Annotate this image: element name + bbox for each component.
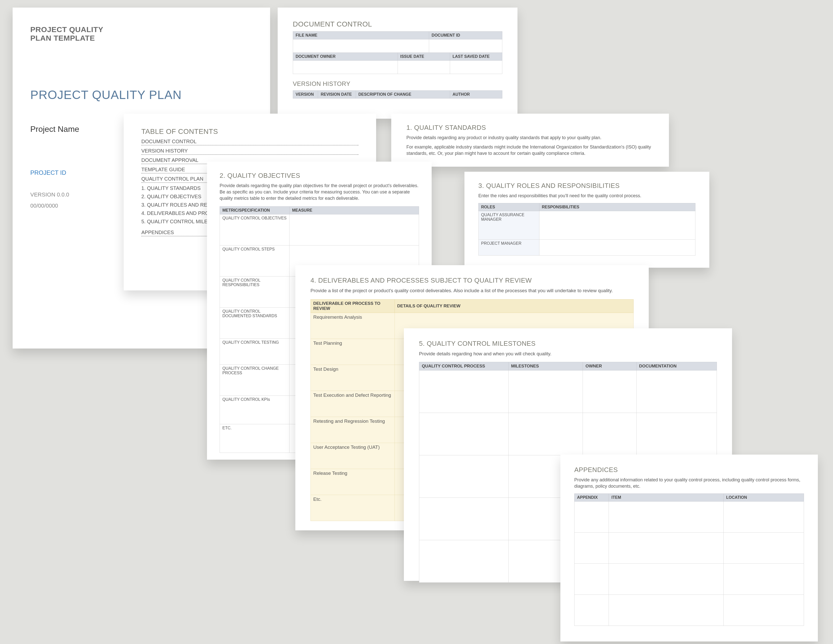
th-file-name: FILE NAME [293, 32, 429, 39]
th-responsibilities: RESPONSIBILITIES [539, 203, 695, 211]
th-appendix: APPENDIX [574, 494, 609, 502]
th-document-id: DOCUMENT ID [429, 32, 502, 39]
deliv-row: Test Planning [311, 339, 395, 365]
document-control-page: DOCUMENT CONTROL FILE NAME DOCUMENT ID D… [278, 8, 518, 119]
milestones-heading: 5. QUALITY CONTROL MILESTONES [419, 340, 717, 348]
version-history-table: VERSION REVISION DATE DESCRIPTION OF CHA… [293, 90, 502, 98]
appendices-page: APPENDICES Provide any additional inform… [560, 455, 818, 641]
roles-row: PROJECT MANAGER [479, 240, 539, 256]
obj-row: QUALITY CONTROL KPIs [220, 396, 289, 424]
doc-control-heading: DOCUMENT CONTROL [293, 20, 502, 28]
deliv-row: Release Testing [311, 469, 395, 495]
toc-item: VERSION HISTORY [142, 148, 359, 155]
th-last-saved-date: LAST SAVED DATE [450, 53, 502, 61]
th-owner: OWNER [583, 362, 636, 370]
th-author: AUTHOR [450, 91, 502, 98]
obj-row: QUALITY CONTROL RESPONSIBILITIES [220, 276, 289, 308]
document-title: PROJECT QUALITY PLAN [30, 88, 252, 102]
th-document-owner: DOCUMENT OWNER [293, 53, 398, 61]
obj-row: ETC. [220, 424, 289, 452]
obj-row: QUALITY CONTROL TESTING [220, 338, 289, 364]
obj-row: QUALITY CONTROL STEPS [220, 245, 289, 276]
standards-heading: 1. QUALITY STANDARDS [407, 124, 654, 132]
doc-control-table-1: FILE NAME DOCUMENT ID [293, 31, 502, 53]
th-version: VERSION [293, 91, 318, 98]
th-details: DETAILS OF QUALITY REVIEW [394, 299, 634, 313]
obj-row: QUALITY CONTROL OBJECTIVES [220, 214, 289, 245]
deliv-row: Requirements Analysis [311, 313, 395, 339]
obj-row: QUALITY CONTROL CHANGE PROCESS [220, 364, 289, 396]
roles-table: ROLES RESPONSIBILITIES QUALITY ASSURANCE… [478, 203, 695, 256]
objectives-p1: Provide details regarding the quality pl… [220, 183, 419, 202]
deliverables-p1: Provide a list of the project or product… [310, 287, 634, 294]
obj-row: QUALITY CONTROL DOCUMENTED STANDARDS [220, 308, 289, 338]
milestones-p1: Provide details regarding how and when y… [419, 351, 717, 357]
appendices-heading: APPENDICES [574, 466, 804, 474]
standards-p2: For example, applicable industry standar… [407, 144, 654, 156]
objectives-heading: 2. QUALITY OBJECTIVES [220, 172, 419, 180]
roles-p1: Enter the roles and responsibilities tha… [478, 193, 695, 199]
roles-heading: 3. QUALITY ROLES AND RESPONSIBILITIES [478, 182, 695, 190]
template-title-line2: PLAN TEMPLATE [30, 34, 252, 42]
version-history-heading: VERSION HISTORY [293, 80, 502, 87]
th-item: ITEM [609, 494, 724, 502]
th-measure: MEASURE [289, 206, 419, 214]
deliv-row: Etc. [311, 495, 395, 521]
standards-p1: Provide details regarding any product or… [407, 135, 654, 141]
deliv-row: Retesting and Regression Testing [311, 417, 395, 443]
th-issue-date: ISSUE DATE [397, 53, 450, 61]
th-milestones: MILESTONES [508, 362, 583, 370]
template-title-line1: PROJECT QUALITY [30, 25, 252, 34]
deliv-row: User Acceptance Testing (UAT) [311, 443, 395, 469]
th-metric: METRIC/SPECIFICATION [220, 206, 289, 214]
th-documentation: DOCUMENTATION [636, 362, 717, 370]
doc-control-table-2: DOCUMENT OWNER ISSUE DATE LAST SAVED DAT… [293, 53, 502, 74]
toc-item: DOCUMENT CONTROL [142, 138, 359, 145]
roles-row: QUALITY ASSURANCE MANAGER [479, 211, 539, 240]
toc-heading: TABLE OF CONTENTS [142, 127, 359, 135]
appendices-table: APPENDIX ITEM LOCATION [574, 493, 804, 626]
appendices-p1: Provide any additional information relat… [574, 477, 804, 489]
th-revision-date: REVISION DATE [318, 91, 356, 98]
quality-standards-page: 1. QUALITY STANDARDS Provide details reg… [391, 114, 669, 167]
deliverables-heading: 4. DELIVERABLES AND PROCESSES SUBJECT TO… [310, 277, 634, 284]
th-roles: ROLES [479, 203, 539, 211]
deliv-row: Test Execution and Defect Reporting [311, 391, 395, 417]
deliv-row: Test Design [311, 365, 395, 391]
th-process: QUALITY CONTROL PROCESS [419, 362, 509, 370]
th-description: DESCRIPTION OF CHANGE [356, 91, 450, 98]
quality-roles-page: 3. QUALITY ROLES AND RESPONSIBILITIES En… [465, 172, 709, 268]
th-location: LOCATION [724, 494, 804, 502]
th-deliverable: DELIVERABLE OR PROCESS TO REVIEW [311, 299, 395, 313]
